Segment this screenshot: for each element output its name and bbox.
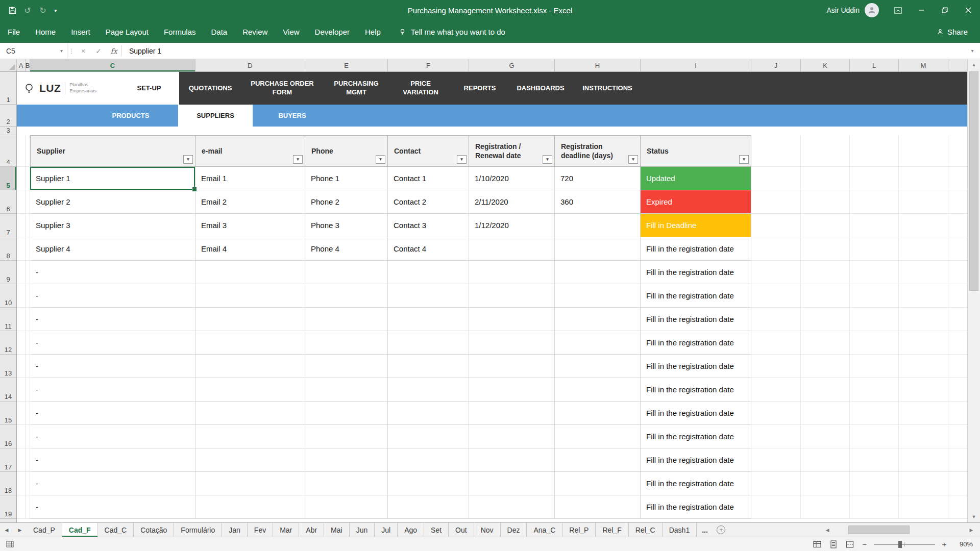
cell-m7[interactable] — [899, 214, 948, 237]
cell-f8[interactable]: Contact 4 — [388, 237, 469, 261]
cell-d8[interactable]: Email 4 — [195, 237, 305, 261]
column-header-k[interactable]: K — [801, 59, 850, 71]
main-tab-purchase-order-form[interactable]: PURCHASE ORDER FORM — [241, 72, 323, 105]
cell-f17[interactable] — [388, 448, 469, 472]
cell-d15[interactable] — [195, 402, 305, 425]
main-tab-set-up[interactable]: SET-UP — [119, 72, 179, 105]
cell-b5[interactable] — [26, 167, 30, 190]
qat-customize-button[interactable]: ▾ — [51, 3, 60, 17]
cell-g8[interactable] — [469, 237, 555, 261]
cell-i8-status[interactable]: Fill in the registration date — [641, 237, 751, 261]
ribbon-display-options-button[interactable] — [886, 0, 910, 20]
sheet-tab-dez[interactable]: Dez — [501, 523, 527, 537]
cell-e13[interactable] — [305, 355, 388, 378]
row-header-6[interactable]: 6 — [0, 190, 16, 214]
scroll-down-button[interactable]: ▼ — [968, 511, 980, 522]
cell-k6[interactable] — [801, 190, 850, 214]
cell-g10[interactable] — [469, 284, 555, 308]
cell-f5[interactable]: Contact 1 — [388, 167, 469, 190]
row-header-12[interactable]: 12 — [0, 331, 16, 355]
cell-a14[interactable] — [17, 378, 26, 402]
cell-i6-status[interactable]: Expired — [641, 190, 751, 214]
cell-l10[interactable] — [850, 284, 899, 308]
cell-j4[interactable] — [751, 135, 801, 167]
cell-h17[interactable] — [555, 448, 641, 472]
cell-k8[interactable] — [801, 237, 850, 261]
cell-l17[interactable] — [850, 448, 899, 472]
cell-b15[interactable] — [26, 402, 30, 425]
cell-k9[interactable] — [801, 261, 850, 284]
cell-h18[interactable] — [555, 472, 641, 495]
cell-a10[interactable] — [17, 284, 26, 308]
sub-tab-suppliers[interactable]: SUPPLIERS — [178, 105, 253, 127]
cell-g14[interactable] — [469, 378, 555, 402]
cell-b12[interactable] — [26, 331, 30, 355]
row-header-8[interactable]: 8 — [0, 237, 16, 261]
table-header-supplier[interactable]: Supplier▾ — [30, 135, 195, 167]
page-break-view-button[interactable] — [844, 539, 855, 550]
cell-b16[interactable] — [26, 425, 30, 448]
column-header-b[interactable]: B — [26, 59, 30, 71]
column-header-h[interactable]: H — [555, 59, 641, 71]
cell-h7[interactable] — [555, 214, 641, 237]
vertical-scroll-thumb[interactable] — [969, 71, 978, 291]
cell-d17[interactable] — [195, 448, 305, 472]
cell-c19[interactable]: - — [30, 495, 195, 519]
cell-d18[interactable] — [195, 472, 305, 495]
cell-d9[interactable] — [195, 261, 305, 284]
sheet-tab-cad-c[interactable]: Cad_C — [98, 523, 134, 537]
cell-f15[interactable] — [388, 402, 469, 425]
cell-g17[interactable] — [469, 448, 555, 472]
cell-d13[interactable] — [195, 355, 305, 378]
cell-e19[interactable] — [305, 495, 388, 519]
cell-a11[interactable] — [17, 308, 26, 331]
main-tab-dashboards[interactable]: DASHBOARDS — [508, 72, 573, 105]
cell-g7[interactable]: 1/12/2020 — [469, 214, 555, 237]
normal-view-button[interactable] — [812, 539, 823, 550]
new-sheet-button[interactable]: + — [713, 523, 729, 537]
cell-k13[interactable] — [801, 355, 850, 378]
vertical-scrollbar[interactable]: ▲ ▼ — [967, 59, 980, 522]
row-header-9[interactable]: 9 — [0, 261, 16, 284]
cell-j6[interactable] — [751, 190, 801, 214]
cell-l6[interactable] — [850, 190, 899, 214]
cell-c14[interactable]: - — [30, 378, 195, 402]
cell-a16[interactable] — [17, 425, 26, 448]
cell-l12[interactable] — [850, 331, 899, 355]
cell-m9[interactable] — [899, 261, 948, 284]
cell-h15[interactable] — [555, 402, 641, 425]
cell-h19[interactable] — [555, 495, 641, 519]
main-tab-price-variation[interactable]: PRICE VARIATION — [389, 72, 452, 105]
cell-m10[interactable] — [899, 284, 948, 308]
cell-c17[interactable]: - — [30, 448, 195, 472]
cell-b4[interactable] — [26, 135, 30, 167]
cell-c13[interactable]: - — [30, 355, 195, 378]
cell-f11[interactable] — [388, 308, 469, 331]
cell-i7-status[interactable]: Fill in Deadline — [641, 214, 751, 237]
cell-j18[interactable] — [751, 472, 801, 495]
cell-e14[interactable] — [305, 378, 388, 402]
row-header-4[interactable]: 4 — [0, 135, 16, 167]
table-header-e-mail[interactable]: e-mail▾ — [195, 135, 305, 167]
cell-a13[interactable] — [17, 355, 26, 378]
cell-m4[interactable] — [899, 135, 948, 167]
cell-j15[interactable] — [751, 402, 801, 425]
cell-k11[interactable] — [801, 308, 850, 331]
cell-h16[interactable] — [555, 425, 641, 448]
zoom-level[interactable]: 90% — [953, 540, 973, 548]
sheet-tab-jun[interactable]: Jun — [350, 523, 375, 537]
page-layout-view-button[interactable] — [828, 539, 839, 550]
cell-j9[interactable] — [751, 261, 801, 284]
cell-j13[interactable] — [751, 355, 801, 378]
cell-g15[interactable] — [469, 402, 555, 425]
cell-l13[interactable] — [850, 355, 899, 378]
table-header-phone[interactable]: Phone▾ — [305, 135, 388, 167]
cell-f7[interactable]: Contact 3 — [388, 214, 469, 237]
row-header-2[interactable]: 2 — [0, 105, 16, 127]
cell-b19[interactable] — [26, 495, 30, 519]
cell-e18[interactable] — [305, 472, 388, 495]
cell-f19[interactable] — [388, 495, 469, 519]
cell-d6[interactable]: Email 2 — [195, 190, 305, 214]
cell-m6[interactable] — [899, 190, 948, 214]
sheet-tab-ana-c[interactable]: Ana_C — [527, 523, 562, 537]
